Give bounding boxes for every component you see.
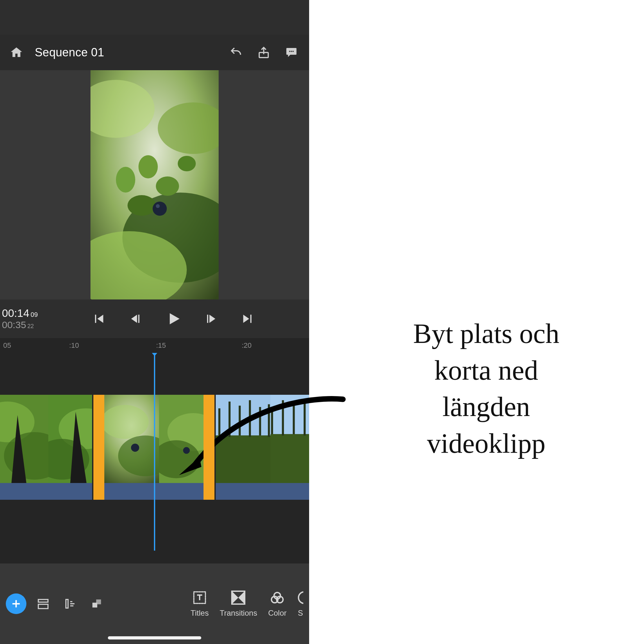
skip-start-icon [91, 312, 106, 326]
edit-icon [64, 597, 77, 610]
playback-bar: 00:1409 00:3522 [0, 299, 309, 338]
video-clip[interactable] [0, 395, 92, 500]
frame-back-icon [129, 312, 143, 326]
svg-rect-51 [96, 600, 101, 604]
frame-forward-icon [204, 312, 218, 326]
svg-rect-30 [216, 395, 270, 435]
svg-point-25 [131, 444, 139, 452]
svg-rect-31 [216, 435, 270, 483]
edit-button[interactable] [60, 593, 81, 614]
tool-label: S [298, 609, 303, 618]
step-back-button[interactable] [127, 309, 145, 328]
titles-icon [192, 590, 207, 605]
svg-point-3 [292, 51, 294, 52]
clip-thumbnail [216, 395, 270, 483]
svg-point-1 [289, 51, 290, 52]
go-start-button[interactable] [89, 309, 108, 328]
svg-point-9 [156, 176, 179, 196]
go-end-button[interactable] [239, 309, 257, 328]
svg-rect-38 [270, 395, 309, 434]
bottom-toolbar: Titles Transitions Col [0, 563, 309, 644]
comment-icon [285, 46, 298, 59]
current-frames: 09 [31, 311, 38, 318]
trim-handle-right[interactable] [204, 395, 214, 500]
clip-thumbnail [48, 395, 92, 483]
color-icon [270, 590, 285, 605]
share-icon [257, 46, 270, 59]
ruler-mark: 05 [3, 341, 11, 350]
playhead[interactable] [154, 353, 155, 551]
svg-rect-48 [38, 600, 48, 602]
video-preview[interactable] [0, 70, 309, 299]
home-icon [10, 46, 23, 59]
video-editor-panel: Sequence 01 [0, 0, 309, 644]
clip-thumbnail [0, 395, 48, 483]
trim-handle-left[interactable] [93, 395, 104, 500]
svg-point-10 [138, 155, 158, 178]
timecode-display: 00:1409 00:3522 [0, 308, 56, 330]
clip-thumbnail [104, 395, 159, 483]
total-time: 00:35 [2, 319, 26, 330]
svg-point-2 [291, 51, 292, 52]
transport-controls [56, 309, 309, 328]
home-button[interactable] [7, 43, 26, 62]
transitions-icon [231, 590, 246, 605]
svg-point-13 [116, 167, 135, 193]
svg-point-29 [183, 447, 190, 454]
ruler-mark: :10 [69, 341, 79, 350]
add-button[interactable] [6, 593, 26, 614]
annotation-text: Byt plats och korta ned längden videokli… [361, 316, 612, 462]
total-frames: 22 [27, 323, 34, 329]
project-icon [37, 597, 50, 610]
layers-button[interactable] [87, 593, 108, 614]
share-button[interactable] [254, 43, 273, 62]
undo-button[interactable] [227, 43, 245, 62]
timeline[interactable] [0, 353, 309, 563]
top-toolbar: Sequence 01 [0, 35, 309, 70]
svg-point-58 [298, 592, 303, 603]
clip-thumbnail [270, 395, 309, 483]
tool-label: Color [268, 609, 287, 618]
step-forward-button[interactable] [201, 309, 220, 328]
tool-partial[interactable]: S [298, 590, 303, 618]
preview-image [90, 70, 219, 299]
timeline-ruler[interactable]: 05 :10 :15 :20 [0, 338, 309, 353]
svg-point-15 [156, 204, 160, 208]
sequence-title: Sequence 01 [35, 46, 218, 59]
svg-rect-49 [38, 604, 48, 609]
layers-icon [91, 597, 104, 610]
skip-end-icon [241, 312, 255, 326]
home-indicator [108, 636, 201, 639]
ruler-mark: :20 [242, 341, 252, 350]
plus-icon [11, 598, 22, 609]
tool-label: Transitions [220, 609, 257, 618]
svg-point-12 [128, 195, 156, 216]
play-button[interactable] [164, 309, 183, 328]
play-icon [165, 310, 182, 327]
preview-frame [90, 70, 219, 299]
current-time: 00:14 [2, 307, 29, 319]
comment-button[interactable] [282, 43, 301, 62]
ruler-mark: :15 [156, 341, 166, 350]
project-button[interactable] [33, 593, 53, 614]
undo-icon [229, 46, 243, 59]
svg-point-14 [153, 202, 167, 216]
video-clip[interactable] [216, 395, 309, 500]
tool-titles[interactable]: Titles [191, 590, 209, 618]
partial-icon [298, 590, 303, 605]
svg-rect-39 [270, 434, 309, 483]
tool-transitions[interactable]: Transitions [220, 590, 257, 618]
status-bar [0, 0, 309, 35]
tool-color[interactable]: Color [268, 590, 287, 618]
tool-label: Titles [191, 609, 209, 618]
svg-point-11 [178, 156, 196, 171]
